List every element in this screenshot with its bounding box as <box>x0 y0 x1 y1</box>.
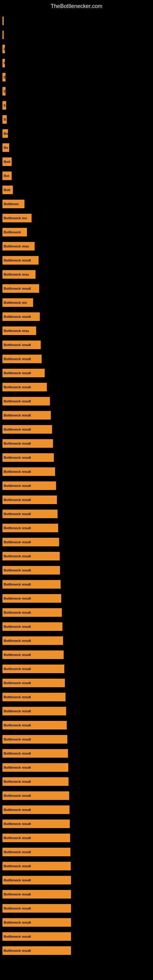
bar-label: Bottleneck result <box>4 709 31 713</box>
bar-label: Bottleneck result <box>4 808 31 811</box>
bar-row: Bottleneck resu <box>2 268 153 281</box>
bar-label: Bo <box>4 146 8 150</box>
bar-row: Bottleneck result <box>2 888 153 901</box>
bar-item: Bottleneck result <box>2 946 71 955</box>
bar-label: Bottleneck result <box>4 568 31 572</box>
bar-row: Bottleneck resu <box>2 240 153 253</box>
bar-row: Bottleneck result <box>2 338 153 352</box>
bar-item: Bottleneck result <box>2 693 65 701</box>
bar-label: Bott <box>4 188 10 192</box>
bar-label: Bottleneck result <box>4 456 31 460</box>
bar-label: Bottleneck result <box>4 907 31 910</box>
bar-row: Bottleneck result <box>2 423 153 436</box>
bar-item: Bottleneck resu <box>2 242 35 250</box>
bar-item: E <box>2 87 5 95</box>
bar-label: Bot <box>4 174 9 178</box>
bar-label: Bottleneck result <box>4 554 31 558</box>
bar-label: B <box>4 118 6 121</box>
bar-label: Bottleneck result <box>4 794 31 797</box>
bar-label: Bottleneck result <box>4 639 31 643</box>
bar-item: Bottleneck result <box>2 495 57 504</box>
bar-label: E <box>4 89 5 93</box>
bar-label: Bottleneck result <box>4 512 31 516</box>
bar-row: Bottleneck result <box>2 451 153 464</box>
bar-row: Bottleneck result <box>2 620 153 633</box>
bar-item: Bottleneck result <box>2 411 51 420</box>
bar-row: Bottleneck result <box>2 845 153 859</box>
bar-item: Bottleneck result <box>2 481 56 490</box>
bar-row: Bottleneck result <box>2 831 153 845</box>
bar-label: Bottleneck result <box>4 949 31 953</box>
bar-row: Bottleneck result <box>2 775 153 788</box>
bar-row: Bo <box>2 141 153 154</box>
bar-item: Bottleneck result <box>2 524 58 532</box>
bar-item: Bottleneck result <box>2 735 67 744</box>
bar-item: Bottleneck result <box>2 510 57 518</box>
bar-row: Bottleneck result <box>2 944 153 957</box>
bar-row: Bottleneck result <box>2 662 153 676</box>
bar-label: Bottleneck result <box>4 836 31 840</box>
bar-label: Bottleneck result <box>4 822 31 826</box>
bar-label: Bottleneck result <box>4 540 31 544</box>
bar-item: Bottleneck result <box>2 340 41 349</box>
bar-row: Bottleneck result <box>2 733 153 746</box>
bar-row: Bottleneck result <box>2 366 153 380</box>
bar-item: Bottleneck result <box>2 566 60 574</box>
bar-label: Bottleneck result <box>4 864 31 868</box>
bar-item: Bottleneck result <box>2 848 70 856</box>
bar-label: Bottleneck result <box>4 921 31 924</box>
bar-row: Bottleneck result <box>2 282 153 295</box>
bar-item: Bottleneck result <box>2 538 59 546</box>
bar-item: B <box>2 115 7 124</box>
bar-row: Bottleneck result <box>2 676 153 690</box>
bar-item: F <box>2 59 5 67</box>
bar-item: Bottleneck result <box>2 707 66 715</box>
bar-item: | <box>2 16 4 25</box>
bar-label: E <box>4 47 5 51</box>
bar-row: B <box>2 113 153 126</box>
bar-item: Bottleneck result <box>2 665 64 673</box>
bar-item: Bottleneck result <box>2 763 68 772</box>
bar-item: Bottleneck result <box>2 679 65 687</box>
bar-row: Bottleneck result <box>2 521 153 535</box>
bar-item: Bottlenec <box>2 200 24 208</box>
bar-label: Bottleneck result <box>4 357 31 361</box>
bar-label: Bottleneck result <box>4 470 31 474</box>
bar-row: Bottleneck result <box>2 380 153 394</box>
bar-item: Bottleneck result <box>2 425 52 434</box>
bar-label: Bottleneck result <box>4 442 31 445</box>
bar-item: Bottleneck result <box>2 749 68 758</box>
bar-item: Bottleneck result <box>2 777 69 786</box>
bar-label: Bottleneck result <box>4 343 31 347</box>
bar-item: Bottleneck result <box>2 467 55 476</box>
bar-item: E <box>2 45 5 53</box>
bar-row: Bottlenec <box>2 197 153 211</box>
bar-item: Bottleneck <box>2 228 27 236</box>
bar-item: Bottleneck resu <box>2 326 36 335</box>
bar-label: Bottlenec <box>4 202 19 206</box>
bar-item: Bottleneck result <box>2 397 50 406</box>
bar-item: Bottleneck result <box>2 608 62 617</box>
bar-item: Bottleneck result <box>2 876 71 885</box>
bar-row: Bottleneck result <box>2 535 153 549</box>
bar-row: Bottleneck result <box>2 465 153 478</box>
bar-item: Bottleneck result <box>2 383 47 391</box>
bar-label: Bottleneck result <box>4 258 31 262</box>
bar-label: Bottleneck result <box>4 653 31 657</box>
bar-item: Bottleneck result <box>2 439 53 448</box>
bar-item: Bott <box>2 158 12 166</box>
bar-row: Bottleneck resu <box>2 324 153 337</box>
bar-item: Bottleneck result <box>2 791 69 800</box>
bar-item: Bottleneck result <box>2 904 71 913</box>
bar-label: Bottleneck result <box>4 498 31 502</box>
bar-row: Bottleneck result <box>2 310 153 323</box>
bar-row: Bottleneck result <box>2 719 153 732</box>
bar-row: Bottleneck result <box>2 634 153 648</box>
bar-label: Bottleneck result <box>4 597 31 600</box>
bar-label: Bott <box>4 160 10 164</box>
bar-row: Bottleneck result <box>2 563 153 577</box>
bar-label: Bottleneck result <box>4 625 31 628</box>
bar-row: | <box>2 14 153 27</box>
bars-container: ||EFBEEBBoBoBottBotBottBottlenecBottlene… <box>0 11 153 958</box>
bar-label: Bottleneck result <box>4 371 31 375</box>
